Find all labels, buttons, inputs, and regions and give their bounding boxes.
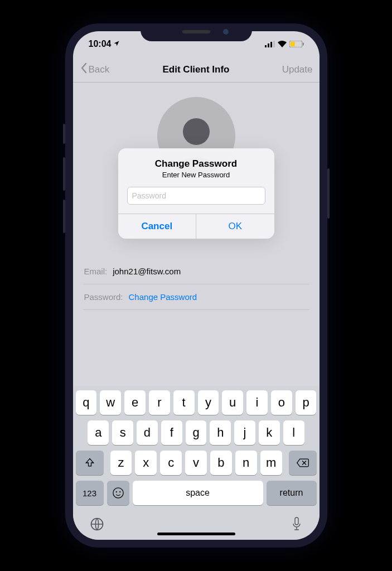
key-z[interactable]: z [110, 451, 132, 475]
phone-frame: 10:04 Ba [65, 23, 327, 548]
return-key[interactable]: return [267, 481, 317, 505]
backspace-icon [296, 458, 309, 468]
key-s[interactable]: s [112, 420, 133, 445]
svg-point-9 [115, 491, 117, 492]
key-q[interactable]: q [76, 390, 97, 415]
shift-icon [84, 457, 95, 468]
key-g[interactable]: g [186, 420, 207, 445]
change-password-dialog: Change Password Enter New Password Cance… [118, 148, 274, 239]
key-v[interactable]: v [185, 451, 207, 475]
key-w[interactable]: w [100, 390, 121, 415]
emoji-icon [112, 487, 124, 499]
phone-screen: 10:04 Ba [73, 31, 320, 540]
mic-icon [290, 516, 303, 532]
svg-rect-12 [295, 517, 298, 525]
key-d[interactable]: d [137, 420, 158, 445]
key-r[interactable]: r [149, 390, 170, 415]
side-button-right [327, 168, 330, 219]
side-button-vol-up [63, 157, 65, 191]
keyboard: qwertyuiop asdfghjkl zxcvbnm 123 space r… [73, 386, 320, 540]
key-m[interactable]: m [260, 451, 282, 475]
key-o[interactable]: o [271, 390, 292, 415]
key-f[interactable]: f [161, 420, 182, 445]
globe-icon [89, 516, 105, 532]
key-b[interactable]: b [210, 451, 232, 475]
mic-key[interactable] [290, 516, 303, 534]
emoji-key[interactable] [107, 481, 129, 505]
key-j[interactable]: j [234, 420, 255, 445]
key-k[interactable]: k [259, 420, 280, 445]
ok-button[interactable]: OK [196, 214, 274, 239]
backspace-key[interactable] [289, 451, 317, 475]
password-input[interactable] [127, 187, 265, 205]
key-n[interactable]: n [235, 451, 257, 475]
key-l[interactable]: l [283, 420, 304, 445]
key-x[interactable]: x [135, 451, 157, 475]
key-t[interactable]: t [173, 390, 195, 415]
key-e[interactable]: e [124, 390, 146, 415]
side-button-mute [63, 124, 65, 144]
dialog-message: Enter New Password [127, 171, 265, 179]
key-p[interactable]: p [296, 390, 317, 415]
side-button-vol-down [63, 200, 65, 233]
svg-point-10 [119, 491, 120, 492]
numbers-key[interactable]: 123 [76, 481, 104, 505]
svg-point-8 [113, 488, 123, 498]
dialog-title: Change Password [127, 158, 265, 170]
key-a[interactable]: a [88, 420, 109, 445]
shift-key[interactable] [76, 451, 104, 475]
key-c[interactable]: c [160, 451, 182, 475]
home-indicator[interactable] [157, 533, 235, 535]
key-i[interactable]: i [246, 390, 268, 415]
key-y[interactable]: y [198, 390, 219, 415]
space-key[interactable]: space [133, 481, 263, 505]
key-u[interactable]: u [222, 390, 243, 415]
cancel-button[interactable]: Cancel [118, 214, 197, 239]
key-h[interactable]: h [210, 420, 231, 445]
globe-key[interactable] [89, 516, 105, 534]
